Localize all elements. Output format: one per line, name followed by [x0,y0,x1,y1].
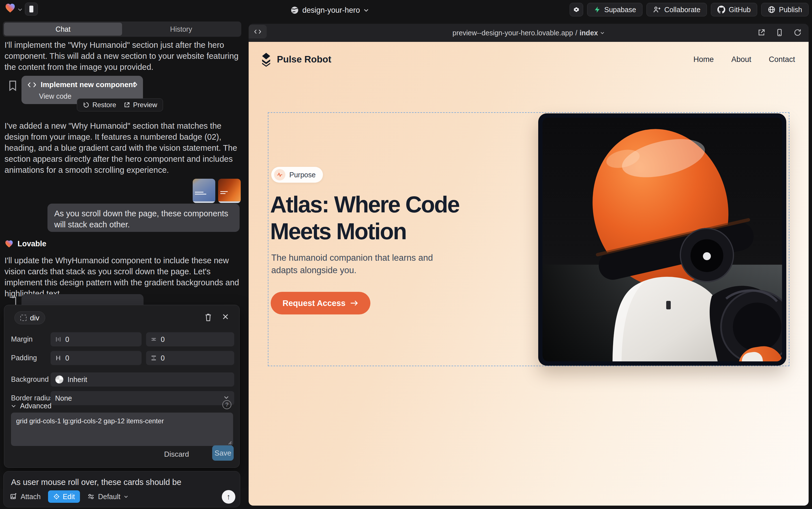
code-view-toggle[interactable] [249,25,267,38]
project-chevron-down-icon [363,8,369,12]
padding-label: Padding [11,354,37,362]
toggle-sidebar-button[interactable] [25,3,38,15]
send-button[interactable]: ↑ [222,490,235,504]
restore-button[interactable]: Restore [83,101,116,109]
chevron-down-icon [11,404,16,408]
nav-contact[interactable]: Contact [769,55,795,64]
url-separator: / [575,29,577,37]
refresh-icon[interactable] [793,28,802,37]
sidebar-panel-icon [29,6,33,12]
publish-label: Publish [779,6,802,14]
code-icon [254,29,261,34]
hero-subheading: The humanoid companion that learns and a… [271,252,449,277]
publish-button[interactable]: Publish [761,3,809,16]
open-in-new-tab-icon[interactable] [757,28,766,37]
supabase-button[interactable]: Supabase [587,3,643,16]
element-outline-icon [20,315,27,321]
request-access-button[interactable]: Request Access [271,292,370,314]
preview-button[interactable]: Preview [123,101,157,109]
code-icon [28,82,36,88]
margin-x-input[interactable]: 0 [50,332,142,346]
restore-label: Restore [93,101,116,109]
collaborate-button[interactable]: Collaborate [647,3,707,16]
site-canvas: Pulse Robot Home About Contact Purpose A… [249,42,809,506]
purpose-badge: Purpose [271,167,323,183]
margin-y-value: 0 [161,335,165,344]
margin-label: Margin [11,335,33,343]
assistant-message-1: I'll implement the "Why Humanoid" sectio… [4,40,241,73]
edit-mode-button[interactable]: Edit [48,490,80,503]
lovable-heart-icon [4,239,13,248]
attach-image-icon [10,493,17,500]
github-button[interactable]: GitHub [711,3,757,16]
view-code-link[interactable]: View code [39,92,72,100]
attach-button[interactable]: Attach [10,493,41,501]
hero-robot-image [538,113,786,366]
trash-icon[interactable] [204,313,212,321]
preview-header: preview--design-your-hero.lovable.app / … [249,24,809,42]
element-inspector-popup: div Margin 0 0 Padding 0 0 Background In… [4,305,239,468]
target-icon [53,493,60,500]
border-radius-value: None [55,394,72,402]
padding-y-input[interactable]: 0 [146,351,234,365]
help-icon[interactable]: ? [222,400,231,409]
selected-element-chip[interactable]: div [14,311,45,324]
site-nav: Home About Contact [693,55,795,64]
settings-button[interactable] [569,3,583,16]
preview-label: Preview [133,101,157,109]
preview-url[interactable]: preview--design-your-hero.lovable.app / … [453,29,605,37]
user-message: As you scroll down the page, these compo… [47,204,239,232]
supabase-bolt-icon [594,6,601,13]
assistant-message-2: I've added a new "Why Humanoid" section … [4,121,242,176]
arrow-right-icon [350,300,359,306]
site-brand-name: Pulse Robot [277,54,331,65]
globe-project-icon [290,6,299,14]
tab-history[interactable]: History [122,23,240,36]
nav-about[interactable]: About [731,55,751,64]
pulse-icon [274,169,285,180]
background-input[interactable]: Inherit [50,372,234,386]
github-icon [717,6,725,13]
close-icon[interactable] [222,313,229,320]
robot-illustration [543,117,782,362]
advanced-label: Advanced [20,402,51,410]
padding-x-input[interactable]: 0 [50,351,142,365]
composer-input[interactable]: As user mouse roll over, these cards sho… [11,478,181,487]
lovable-logo-icon[interactable] [4,2,16,13]
margin-x-value: 0 [65,335,69,344]
attachment-thumbnail-blue[interactable] [193,179,215,203]
tab-chat[interactable]: Chat [4,23,122,36]
assistant-header: Lovable [4,239,46,248]
mode-label: Default [98,493,120,501]
logo-chevron-down-icon[interactable] [17,8,23,11]
chevron-right-icon [133,81,138,88]
assistant-message-3: I'll update the WhyHumanoid component to… [4,255,242,299]
chevron-down-icon [223,396,229,399]
mode-selector[interactable]: Default [87,493,128,501]
add-user-icon [653,6,661,13]
color-swatch-icon [55,375,64,384]
request-access-label: Request Access [283,299,345,308]
classes-textarea[interactable]: grid grid-cols-1 lg:grid-cols-2 gap-12 i… [11,413,233,446]
supabase-label: Supabase [604,6,636,14]
border-radius-label: Border radius [11,394,53,402]
mobile-view-icon[interactable] [775,28,784,37]
advanced-toggle[interactable]: Advanced [11,402,51,410]
attachment-thumbnail-orange[interactable] [218,179,241,203]
margin-y-input[interactable]: 0 [146,332,234,346]
border-radius-select[interactable]: None [50,391,234,405]
nav-home[interactable]: Home [693,55,714,64]
assistant-name: Lovable [17,239,46,248]
resize-handle[interactable] [227,440,232,445]
save-button[interactable]: Save [212,445,234,461]
chevron-down-icon [600,31,604,34]
chat-composer[interactable]: As user mouse roll over, these cards sho… [3,471,240,507]
edit-label: Edit [63,493,75,501]
discard-button[interactable]: Discard [164,450,189,459]
padding-y-value: 0 [161,354,165,362]
project-selector[interactable]: design-your-hero [290,4,369,16]
site-brand[interactable]: Pulse Robot [260,52,331,67]
bookmark-icon[interactable] [8,80,17,91]
background-label: Background [11,375,48,383]
collaborate-label: Collaborate [664,6,700,14]
